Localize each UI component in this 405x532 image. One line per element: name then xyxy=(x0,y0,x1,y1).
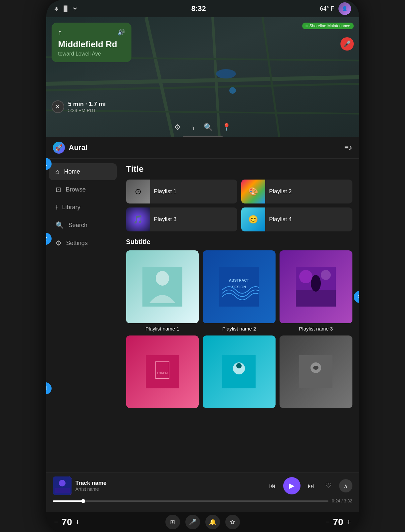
playlist-thumb-2: 🎨 xyxy=(241,180,265,203)
player-info: Track name Artist name xyxy=(76,480,262,492)
fan-button[interactable]: ✿ xyxy=(225,515,240,529)
playlist-cover-1-img xyxy=(126,250,199,323)
search-map-button[interactable]: 🔍 xyxy=(204,123,213,132)
playlist-thumb-2-img: 🎨 xyxy=(241,180,265,203)
playlist-card-1[interactable]: ⊙ Playlist 1 xyxy=(126,180,237,203)
phone-frame: 1 2 3 4 ✻ ▐▌ ☀ 8:32 64° F 👤 xyxy=(46,0,359,532)
sidebar-item-library[interactable]: ⫲ Library xyxy=(49,199,117,216)
avatar[interactable]: 👤 xyxy=(338,2,351,15)
nav-sound-icon[interactable]: 🔊 xyxy=(117,29,125,36)
vol-right-plus[interactable]: + xyxy=(347,518,351,526)
svg-point-24 xyxy=(236,363,242,368)
prev-button[interactable]: ⏮ xyxy=(266,479,279,492)
svg-point-10 xyxy=(156,271,169,286)
pin-map-button[interactable]: 📍 xyxy=(222,123,231,132)
playlist-thumb-1-img: ⊙ xyxy=(126,180,150,203)
svg-text:LOREM: LOREM xyxy=(157,371,168,375)
settings-map-button[interactable]: ⚙ xyxy=(174,123,181,132)
svg-line-0 xyxy=(46,77,359,84)
home-icon: ⌂ xyxy=(56,168,60,176)
sidebar-item-home[interactable]: ⌂ Home xyxy=(49,163,117,180)
nav-arrow-icon: ↑ xyxy=(58,28,62,37)
playlist-card-2[interactable]: 🎨 Playlist 2 xyxy=(241,180,352,203)
route-duration: 5 min · 1.7 mi xyxy=(68,101,106,108)
progress-dot xyxy=(81,499,85,503)
playlist-thumb-3: 🎵 xyxy=(126,207,150,231)
playlist-thumb-4: 😊 xyxy=(241,207,265,231)
sidebar-item-library-label: Library xyxy=(62,204,81,211)
progress-bar[interactable] xyxy=(53,500,329,502)
playlist-grid-3col: Playlist name 1 ABSTRACT DESIGN xyxy=(126,250,352,332)
playlist-v3-name: Playlist name 3 xyxy=(280,326,352,332)
svg-point-29 xyxy=(59,480,66,486)
playlist-card-3[interactable]: 🎵 Playlist 3 xyxy=(126,207,237,231)
bottom-icons: ⊞ 🎤 🔔 ✿ xyxy=(165,515,240,529)
content-area: Title ⊙ Playlist 1 🎨 Playlist 2 xyxy=(119,159,359,472)
queue-icon[interactable]: ≡♪ xyxy=(344,143,352,152)
settings-icon: ⚙ xyxy=(56,239,62,247)
mic-nav-button[interactable]: 🎤 xyxy=(185,515,200,529)
sidebar-item-settings-label: Settings xyxy=(66,240,88,247)
grid-button[interactable]: ⊞ xyxy=(165,515,180,529)
landmark-badge: Shoreline Maintenance xyxy=(302,23,354,29)
nav-card: ↑ 🔊 Middlefield Rd toward Lowell Ave xyxy=(52,23,131,62)
playlist-card-v3[interactable]: Playlist name 3 xyxy=(280,250,352,332)
sidebar-item-browse[interactable]: ⊡ Browse xyxy=(49,181,117,198)
mic-button[interactable]: 🎤 xyxy=(340,37,354,51)
playlist-3-name: Playlist 3 xyxy=(154,216,177,223)
search-icon: 🔍 xyxy=(56,221,64,229)
svg-point-7 xyxy=(216,69,236,78)
vol-left-value: 70 xyxy=(62,517,72,527)
partial-card-3[interactable] xyxy=(280,335,352,408)
vol-left-plus[interactable]: + xyxy=(76,518,80,526)
close-route-button[interactable]: ✕ xyxy=(52,100,64,113)
vol-right-value: 70 xyxy=(333,517,343,527)
map-area: ↑ 🔊 Middlefield Rd toward Lowell Ave Sho… xyxy=(46,17,359,137)
route-eta: 5:24 PM PDT xyxy=(68,108,106,113)
signal-icon: ▐▌ xyxy=(62,6,70,12)
playlist-grid-2col: ⊙ Playlist 1 🎨 Playlist 2 🎵 xyxy=(126,180,352,231)
bluetooth-icon: ✻ xyxy=(54,6,59,12)
partial-cover-1-img: LOREM xyxy=(126,335,199,408)
playlist-card-v2[interactable]: ABSTRACT DESIGN Playlist name 2 xyxy=(203,250,276,332)
play-pause-button[interactable]: ▶ xyxy=(283,477,301,494)
music-app: 🚀 Aural ≡♪ ⌂ Home ⊡ Browse ⫲ Library xyxy=(46,137,359,512)
svg-rect-30 xyxy=(55,488,70,493)
svg-point-27 xyxy=(313,366,318,370)
playlist-cover-2: ABSTRACT DESIGN xyxy=(203,250,276,323)
sidebar-item-search-label: Search xyxy=(69,222,88,229)
expand-button[interactable]: ∧ xyxy=(339,479,352,492)
svg-line-3 xyxy=(213,17,219,137)
map-toolbar: ⚙ ⑃ 🔍 📍 xyxy=(174,123,231,132)
partial-row: LOREM xyxy=(126,335,352,408)
partial-card-1[interactable]: LOREM xyxy=(126,335,199,408)
sidebar-item-search[interactable]: 🔍 Search xyxy=(49,216,117,234)
player-bar: Track name Artist name ⏮ ▶ ⏭ ♡ ∧ xyxy=(46,472,359,512)
playlist-v2-name: Playlist name 2 xyxy=(203,326,276,332)
landmark-text: Shoreline Maintenance xyxy=(309,24,350,28)
svg-line-2 xyxy=(146,17,173,137)
route-alt-button[interactable]: ⑃ xyxy=(190,123,194,132)
playlist-cover-3 xyxy=(280,250,352,323)
partial-card-2[interactable] xyxy=(203,335,276,408)
sidebar-item-home-label: Home xyxy=(64,168,80,175)
vol-left-control: − 70 + xyxy=(54,517,80,527)
progress-fill xyxy=(53,500,83,502)
favorite-button[interactable]: ♡ xyxy=(322,479,335,492)
playlist-1-name: Playlist 1 xyxy=(154,188,177,195)
partial-cover-2-img xyxy=(203,335,276,408)
next-button[interactable]: ⏭ xyxy=(304,479,318,492)
status-left: ✻ ▐▌ ☀ xyxy=(54,6,78,12)
vol-right-minus[interactable]: − xyxy=(325,518,330,526)
playlist-card-4[interactable]: 😊 Playlist 4 xyxy=(241,207,352,231)
sidebar-item-settings[interactable]: ⚙ Settings xyxy=(49,234,117,252)
playlist-cover-1 xyxy=(126,250,199,323)
partial-cover-3-img xyxy=(280,335,352,408)
player-track-name: Track name xyxy=(76,480,262,486)
playlist-thumb-3-img: 🎵 xyxy=(126,207,150,231)
bell-button[interactable]: 🔔 xyxy=(205,515,220,529)
vol-left-minus[interactable]: − xyxy=(54,518,59,526)
playlist-card-v1[interactable]: Playlist name 1 xyxy=(126,250,199,332)
brightness-icon: ☀ xyxy=(73,6,77,12)
nav-info: Shoreline Maintenance xyxy=(302,23,354,29)
